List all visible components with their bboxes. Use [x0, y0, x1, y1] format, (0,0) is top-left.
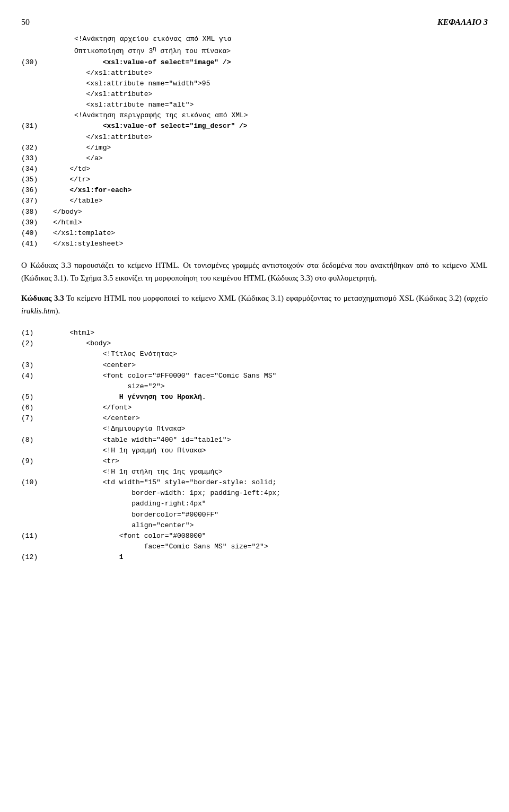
- top-code-block: <!Ανάκτηση αρχείου εικόνας από XML για Ο…: [21, 34, 488, 249]
- line-content: </xsl:for-each>: [53, 185, 488, 196]
- line-content: <xsl:attribute name="width">95: [53, 78, 488, 89]
- code-line: (3) <center>: [21, 360, 488, 371]
- line-num: (9): [21, 456, 53, 467]
- code-line: (34) </td>: [21, 164, 488, 174]
- line-content: <font color="#008000": [53, 531, 488, 542]
- line-content: Οπτικοποίηση στην 3η στήλη του πίνακα>: [53, 45, 488, 57]
- line-content: <font color="#FF0000" face="Comic Sans M…: [53, 371, 488, 381]
- caption-bold: Κώδικας 3.3: [21, 294, 64, 302]
- line-num: (39): [21, 217, 53, 228]
- code-line: (1) <html>: [21, 328, 488, 338]
- line-content: <!Η 1η στήλη της 1ης γραμμής>: [53, 467, 488, 477]
- chapter-title: ΚΕΦΑΛΑΙΟ 3: [437, 16, 488, 29]
- line-num: (12): [21, 552, 53, 563]
- line-content: </xsl:stylesheet>: [53, 239, 488, 249]
- line-num: (34): [21, 164, 53, 174]
- code-line: (5) H γέννηση του Ηρακλή.: [21, 392, 488, 403]
- line-num: (32): [21, 143, 53, 153]
- line-content: </xsl:template>: [53, 228, 488, 239]
- line-num: (41): [21, 239, 53, 249]
- line-num: (10): [21, 477, 53, 488]
- line-content: </xsl:attribute>: [53, 68, 488, 78]
- line-content: padding-right:4px": [53, 499, 488, 509]
- code-line: size="2">: [21, 381, 488, 392]
- line-content: 1: [53, 552, 488, 563]
- line-content: <body>: [53, 338, 488, 349]
- code-line: (6) </font>: [21, 403, 488, 413]
- line-num: (40): [21, 228, 53, 239]
- line-content: </img>: [53, 143, 488, 153]
- line-num: (2): [21, 338, 53, 349]
- code-line: (7) </center>: [21, 413, 488, 424]
- line-content: </table>: [53, 196, 488, 206]
- code-line: </xsl:attribute>: [21, 132, 488, 143]
- line-content: </xsl:attribute>: [53, 132, 488, 143]
- code-line: (2) <body>: [21, 338, 488, 349]
- line-content: </xsl:attribute>: [53, 89, 488, 100]
- line-content: <!Δημιουργία Πίνακα>: [53, 424, 488, 434]
- code-line: (39) </html>: [21, 217, 488, 228]
- line-num: (35): [21, 174, 53, 185]
- line-content: <table width="400" id="table1">: [53, 435, 488, 446]
- code-line: face="Comic Sans MS" size="2">: [21, 542, 488, 552]
- line-content: <xsl:attribute name="alt">: [53, 100, 488, 110]
- code-line: (9) <tr>: [21, 456, 488, 467]
- code-line: (33) </a>: [21, 153, 488, 164]
- line-num: (4): [21, 371, 53, 381]
- bottom-code-block: (1) <html> (2) <body> <!Τίτλος Ενότητας>…: [21, 328, 488, 563]
- code-line: (8) <table width="400" id="table1">: [21, 435, 488, 446]
- code-line: <!Η 1η γραμμή του Πίνακα>: [21, 446, 488, 456]
- caption-block: Κώδικας 3.3 Το κείμενο HTML που μορφοποι…: [21, 292, 488, 317]
- line-num: (11): [21, 531, 53, 542]
- code-line: bordercolor="#0000FF": [21, 510, 488, 520]
- code-line: </xsl:attribute>: [21, 89, 488, 100]
- code-line: <!Ανάκτηση αρχείου εικόνας από XML για: [21, 34, 488, 45]
- line-num: (6): [21, 403, 53, 413]
- code-line: <xsl:attribute name="alt">: [21, 100, 488, 110]
- line-content: </tr>: [53, 174, 488, 185]
- code-line: </xsl:attribute>: [21, 68, 488, 78]
- caption-text-main: Το κείμενο HTML που μορφοποιεί το κείμεν…: [64, 294, 488, 302]
- caption-end: ).: [56, 307, 60, 315]
- code-line: (32) </img>: [21, 143, 488, 153]
- line-num: (1): [21, 328, 53, 338]
- code-line: (30) <xsl:value-of select="image" />: [21, 57, 488, 68]
- line-content: face="Comic Sans MS" size="2">: [53, 542, 488, 552]
- line-content: size="2">: [53, 381, 488, 392]
- line-content: <xsl:value-of select="image" />: [53, 57, 488, 68]
- code-line: (12) 1: [21, 552, 488, 563]
- code-line: (37) </table>: [21, 196, 488, 206]
- line-content: <tr>: [53, 456, 488, 467]
- code-line: (35) </tr>: [21, 174, 488, 185]
- line-content: <html>: [53, 328, 488, 338]
- code-line: (10) <td width="15" style="border-style:…: [21, 477, 488, 488]
- line-content: </html>: [53, 217, 488, 228]
- code-line: padding-right:4px": [21, 499, 488, 509]
- prose-paragraph: Ο Κώδικας 3.3 παρουσιάζει το κείμενο HTM…: [21, 259, 488, 284]
- code-line: align="center">: [21, 520, 488, 531]
- caption-text: Κώδικας 3.3 Το κείμενο HTML που μορφοποι…: [21, 292, 488, 317]
- code-line: (11) <font color="#008000": [21, 531, 488, 542]
- code-line: <!Η 1η στήλη της 1ης γραμμής>: [21, 467, 488, 477]
- line-num: (5): [21, 392, 53, 403]
- line-content: <center>: [53, 360, 488, 371]
- code-line: (38) </body>: [21, 207, 488, 217]
- line-num: (3): [21, 360, 53, 371]
- code-line: (4) <font color="#FF0000" face="Comic Sa…: [21, 371, 488, 381]
- code-line: (41) </xsl:stylesheet>: [21, 239, 488, 249]
- line-num: (30): [21, 57, 53, 68]
- line-num: (31): [21, 121, 53, 132]
- line-content: </body>: [53, 207, 488, 217]
- line-num: (7): [21, 413, 53, 424]
- line-content: <!Ανάκτηση περιγραφής της εικόνας από XM…: [53, 110, 488, 121]
- line-content: border-width: 1px; padding-left:4px;: [53, 488, 488, 499]
- line-content: align="center">: [53, 520, 488, 531]
- line-content: H γέννηση του Ηρακλή.: [53, 392, 488, 403]
- line-num: (8): [21, 435, 53, 446]
- line-content: bordercolor="#0000FF": [53, 510, 488, 520]
- line-num: (38): [21, 207, 53, 217]
- line-content: </a>: [53, 153, 488, 164]
- code-line: <!Δημιουργία Πίνακα>: [21, 424, 488, 434]
- code-line: <!Ανάκτηση περιγραφής της εικόνας από XM…: [21, 110, 488, 121]
- code-line: <!Τίτλος Ενότητας>: [21, 349, 488, 360]
